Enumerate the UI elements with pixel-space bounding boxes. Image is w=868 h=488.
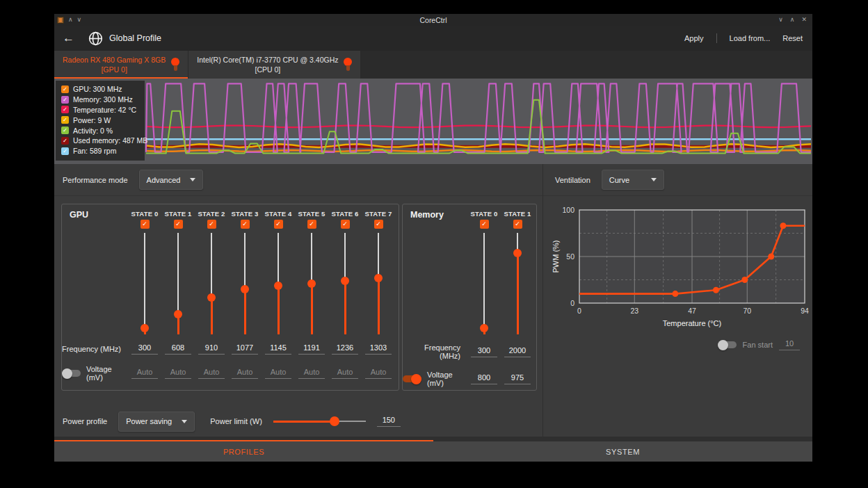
voltage-value[interactable]: 800 <box>471 373 497 384</box>
performance-mode-select[interactable]: Advanced <box>139 170 204 190</box>
frequency-value[interactable]: 1077 <box>232 343 258 355</box>
load-from-button[interactable]: Load from... <box>730 34 771 42</box>
slider-track-upper[interactable] <box>378 233 379 278</box>
state-frequency-slider[interactable] <box>140 233 150 334</box>
frequency-value[interactable]: 608 <box>165 343 191 355</box>
slider-track-upper[interactable] <box>144 233 145 328</box>
voltage-value[interactable]: Auto <box>165 368 191 379</box>
slider-handle[interactable] <box>274 282 282 290</box>
slider-handle[interactable] <box>513 249 522 257</box>
power-limit-slider[interactable] <box>273 416 366 426</box>
state-frequency-slider[interactable] <box>340 233 350 334</box>
state-checkbox[interactable]: ✓ <box>480 220 489 229</box>
state-frequency-slider[interactable] <box>479 233 489 334</box>
fan-start-value[interactable]: 10 <box>779 339 800 350</box>
keep-below-icon[interactable]: ∨ <box>77 17 82 23</box>
voltage-toggle[interactable] <box>62 370 81 377</box>
slider-track-lower[interactable] <box>378 278 380 334</box>
slider-track-lower[interactable] <box>211 298 213 334</box>
toggle-knob[interactable] <box>62 368 72 379</box>
state-frequency-slider[interactable] <box>240 233 250 334</box>
slider-track-upper[interactable] <box>483 233 485 328</box>
tab-profiles[interactable]: PROFILES <box>54 441 433 462</box>
frequency-value[interactable]: 910 <box>198 343 225 355</box>
power-profile-select[interactable]: Power saving <box>118 412 195 432</box>
pin-icon[interactable] <box>171 58 179 72</box>
voltage-value[interactable]: Auto <box>365 368 392 379</box>
frequency-value[interactable]: 2000 <box>504 346 531 357</box>
voltage-value[interactable]: Auto <box>131 368 158 379</box>
state-frequency-slider[interactable] <box>173 233 183 334</box>
frequency-value[interactable]: 1145 <box>265 343 291 355</box>
slider-track-lower[interactable] <box>311 284 313 334</box>
slider-track-lower[interactable] <box>244 289 246 334</box>
slider-handle[interactable] <box>241 285 249 293</box>
power-limit-value[interactable]: 150 <box>377 416 401 427</box>
state-checkbox[interactable]: ✓ <box>207 220 216 229</box>
slider-handle[interactable] <box>341 277 349 285</box>
voltage-value[interactable]: Auto <box>232 368 258 379</box>
state-checkbox[interactable]: ✓ <box>341 220 350 229</box>
keep-above-icon[interactable]: ∧ <box>68 17 73 23</box>
legend-checkbox[interactable]: ✓ <box>61 137 69 145</box>
slider-handle[interactable] <box>307 279 316 288</box>
state-frequency-slider[interactable] <box>307 233 316 334</box>
slider-track-upper[interactable] <box>211 233 212 298</box>
fan-curve-point[interactable] <box>741 277 748 283</box>
state-checkbox[interactable]: ✓ <box>513 220 522 229</box>
voltage-value[interactable]: Auto <box>332 368 358 379</box>
legend-checkbox[interactable]: ✓ <box>61 106 69 113</box>
slider-handle[interactable] <box>330 416 339 426</box>
slider-handle[interactable] <box>480 324 488 332</box>
state-checkbox[interactable]: ✓ <box>140 220 150 229</box>
maximize-icon[interactable]: ∧ <box>790 17 795 23</box>
voltage-value[interactable]: Auto <box>265 368 291 379</box>
frequency-value[interactable]: 300 <box>131 343 158 355</box>
device-tab[interactable]: Radeon RX 480 Gaming X 8GB[GPU 0] <box>54 51 188 79</box>
legend-checkbox[interactable]: ✓ <box>61 116 69 124</box>
legend-checkbox[interactable]: ✓ <box>61 147 69 155</box>
voltage-value[interactable]: Auto <box>298 368 325 379</box>
slider-handle[interactable] <box>207 293 216 302</box>
slider-track-upper[interactable] <box>177 233 179 314</box>
toggle-knob[interactable] <box>411 374 421 384</box>
state-checkbox[interactable]: ✓ <box>241 220 250 229</box>
legend-checkbox[interactable]: ✓ <box>61 86 69 93</box>
slider-handle[interactable] <box>374 274 383 282</box>
slider-handle[interactable] <box>140 324 149 332</box>
legend-checkbox[interactable]: ✓ <box>61 96 69 104</box>
ventilation-select[interactable]: Curve <box>602 170 664 190</box>
voltage-toggle[interactable] <box>403 375 421 382</box>
frequency-value[interactable]: 1236 <box>332 343 358 355</box>
state-checkbox[interactable]: ✓ <box>307 220 316 229</box>
fan-curve-point[interactable] <box>672 291 678 297</box>
apply-button[interactable]: Apply <box>684 34 704 42</box>
legend-checkbox[interactable]: ✓ <box>61 127 69 134</box>
fan-start-toggle[interactable] <box>718 341 737 348</box>
slider-track-upper[interactable] <box>244 233 246 289</box>
minimize-icon[interactable]: ∨ <box>778 17 783 23</box>
slider-handle[interactable] <box>174 310 182 318</box>
back-button[interactable]: ← <box>63 31 81 45</box>
state-frequency-slider[interactable] <box>513 233 522 334</box>
state-frequency-slider[interactable] <box>373 233 383 334</box>
fan-curve-point[interactable] <box>780 222 786 229</box>
fan-curve-point[interactable] <box>713 287 719 293</box>
slider-track-upper[interactable] <box>344 233 346 281</box>
fan-curve-point[interactable] <box>768 254 774 260</box>
state-checkbox[interactable]: ✓ <box>274 220 283 229</box>
state-checkbox[interactable]: ✓ <box>374 220 383 229</box>
frequency-value[interactable]: 300 <box>471 346 497 357</box>
frequency-value[interactable]: 1191 <box>298 343 325 355</box>
close-icon[interactable]: ✕ <box>801 17 807 23</box>
slider-track-upper[interactable] <box>311 233 312 284</box>
fan-curve-chart[interactable]: 023477094050100Temperature (°C)PWM (%) <box>550 200 809 339</box>
frequency-value[interactable]: 1303 <box>365 343 392 355</box>
titlebar[interactable]: ∧ ∨ CoreCtrl ∨ ∧ ✕ <box>54 14 812 26</box>
pin-icon[interactable] <box>344 58 352 72</box>
slider-track-lower[interactable] <box>278 286 280 334</box>
slider-track-lower[interactable] <box>344 281 346 334</box>
device-tab[interactable]: Intel(R) Core(TM) i7-3770 CPU @ 3.40GHz[… <box>188 51 361 79</box>
voltage-value[interactable]: 975 <box>504 373 531 384</box>
state-checkbox[interactable]: ✓ <box>174 220 183 229</box>
